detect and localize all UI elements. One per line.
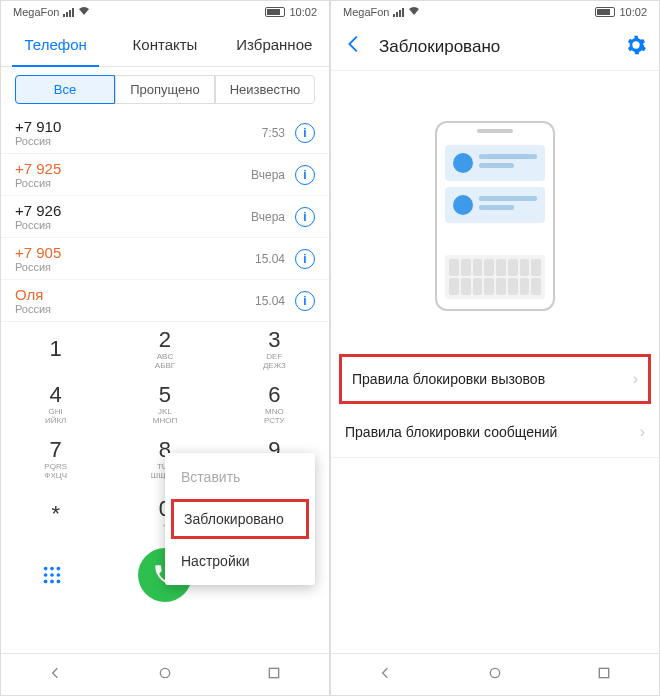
call-number: +7 926: [15, 202, 251, 219]
svg-point-6: [43, 580, 47, 584]
settings-row[interactable]: Правила блокировки сообщений›: [331, 407, 659, 458]
info-icon[interactable]: i: [295, 291, 315, 311]
phone-app-screen: MegaFon 10:02 Телефон Контакты Избранное…: [0, 0, 330, 696]
call-time: 7:53: [262, 126, 285, 140]
menu-settings[interactable]: Настройки: [165, 541, 315, 581]
call-location: Россия: [15, 261, 255, 273]
filter-all[interactable]: Все: [15, 75, 115, 104]
key-digit: 1: [50, 338, 62, 360]
info-icon[interactable]: i: [295, 249, 315, 269]
svg-point-3: [43, 573, 47, 577]
call-time: Вчера: [251, 168, 285, 182]
back-button[interactable]: [343, 33, 365, 61]
tab-phone[interactable]: Телефон: [1, 23, 110, 66]
svg-point-11: [490, 668, 499, 677]
nav-recent[interactable]: [266, 665, 282, 685]
svg-point-7: [50, 580, 54, 584]
dialpad-toggle-icon[interactable]: [37, 560, 67, 590]
main-tabs: Телефон Контакты Избранное: [1, 23, 329, 67]
battery-icon: [265, 7, 285, 17]
call-time: Вчера: [251, 210, 285, 224]
status-bar: MegaFon 10:02: [331, 1, 659, 23]
call-row[interactable]: +7 925 Россия Вчера i: [1, 154, 329, 196]
menu-paste[interactable]: Вставить: [165, 457, 315, 497]
blocked-settings-screen: MegaFon 10:02 Заблокировано Правила блок…: [330, 0, 660, 696]
key-digit: 7: [50, 439, 62, 461]
call-location: Россия: [15, 219, 251, 231]
call-time: 15.04: [255, 294, 285, 308]
svg-point-9: [160, 668, 169, 677]
call-number: +7 925: [15, 160, 251, 177]
key-letters: PQRSФХЦЧ: [44, 463, 67, 481]
status-bar: MegaFon 10:02: [1, 1, 329, 23]
nav-recent[interactable]: [596, 665, 612, 685]
dialpad-key-2[interactable]: 2ABCАБВГ: [110, 322, 219, 377]
call-number: +7 910: [15, 118, 262, 135]
key-letters: DEFДЕЖЗ: [263, 353, 286, 371]
svg-point-1: [50, 567, 54, 571]
menu-blocked[interactable]: Заблокировано: [171, 499, 309, 539]
key-letters: GHIИЙКЛ: [45, 408, 66, 426]
key-digit: 2: [159, 329, 171, 351]
call-row[interactable]: +7 910 Россия 7:53 i: [1, 112, 329, 154]
dialpad-key-5[interactable]: 5JKLМНОП: [110, 377, 219, 432]
call-number: Оля: [15, 286, 255, 303]
info-icon[interactable]: i: [295, 123, 315, 143]
signal-icon: [393, 8, 404, 17]
dialpad-key-4[interactable]: 4GHIИЙКЛ: [1, 377, 110, 432]
key-letters: ABCАБВГ: [155, 353, 175, 371]
nav-home[interactable]: [487, 665, 503, 685]
nav-bar: [331, 653, 659, 695]
nav-back[interactable]: [378, 665, 394, 685]
key-letters: MNOРСТУ: [264, 408, 285, 426]
call-row[interactable]: +7 926 Россия Вчера i: [1, 196, 329, 238]
key-digit: 6: [268, 384, 280, 406]
tab-contacts[interactable]: Контакты: [110, 23, 219, 66]
carrier-label: MegaFon: [343, 6, 389, 18]
filter-missed[interactable]: Пропущено: [115, 75, 215, 104]
wifi-icon: [408, 6, 420, 18]
key-digit: 5: [159, 384, 171, 406]
signal-icon: [63, 8, 74, 17]
settings-row-label: Правила блокировки вызовов: [352, 371, 545, 387]
dialpad-key-6[interactable]: 6MNOРСТУ: [220, 377, 329, 432]
call-number: +7 905: [15, 244, 255, 261]
dialpad-key-1[interactable]: 1: [1, 322, 110, 377]
settings-gear-icon[interactable]: [625, 34, 647, 60]
time-label: 10:02: [619, 6, 647, 18]
dialpad-key-*[interactable]: *: [1, 487, 110, 542]
nav-home[interactable]: [157, 665, 173, 685]
svg-point-5: [56, 573, 60, 577]
filter-row: Все Пропущено Неизвестно: [1, 67, 329, 112]
call-row[interactable]: +7 905 Россия 15.04 i: [1, 238, 329, 280]
overflow-menu: Вставить Заблокировано Настройки: [165, 453, 315, 585]
filter-unknown[interactable]: Неизвестно: [215, 75, 315, 104]
call-row[interactable]: Оля Россия 15.04 i: [1, 280, 329, 322]
key-digit: *: [51, 503, 60, 525]
blocked-header: Заблокировано: [331, 23, 659, 71]
chevron-right-icon: ›: [633, 370, 638, 388]
info-icon[interactable]: i: [295, 207, 315, 227]
key-digit: 4: [50, 384, 62, 406]
carrier-label: MegaFon: [13, 6, 59, 18]
svg-point-0: [43, 567, 47, 571]
svg-point-8: [56, 580, 60, 584]
svg-rect-10: [270, 668, 279, 677]
wifi-icon: [78, 6, 90, 18]
time-label: 10:02: [289, 6, 317, 18]
settings-row[interactable]: Правила блокировки вызовов›: [339, 354, 651, 404]
dialpad-key-3[interactable]: 3DEFДЕЖЗ: [220, 322, 329, 377]
info-icon[interactable]: i: [295, 165, 315, 185]
nav-bar: [1, 653, 329, 695]
call-location: Россия: [15, 303, 255, 315]
tab-favorites[interactable]: Избранное: [220, 23, 329, 66]
dialpad-key-7[interactable]: 7PQRSФХЦЧ: [1, 432, 110, 487]
call-location: Россия: [15, 135, 262, 147]
chevron-right-icon: ›: [640, 423, 645, 441]
page-title: Заблокировано: [379, 37, 611, 57]
call-location: Россия: [15, 177, 251, 189]
key-digit: 3: [268, 329, 280, 351]
nav-back[interactable]: [48, 665, 64, 685]
svg-rect-12: [600, 668, 609, 677]
blocked-illustration: [331, 71, 659, 351]
